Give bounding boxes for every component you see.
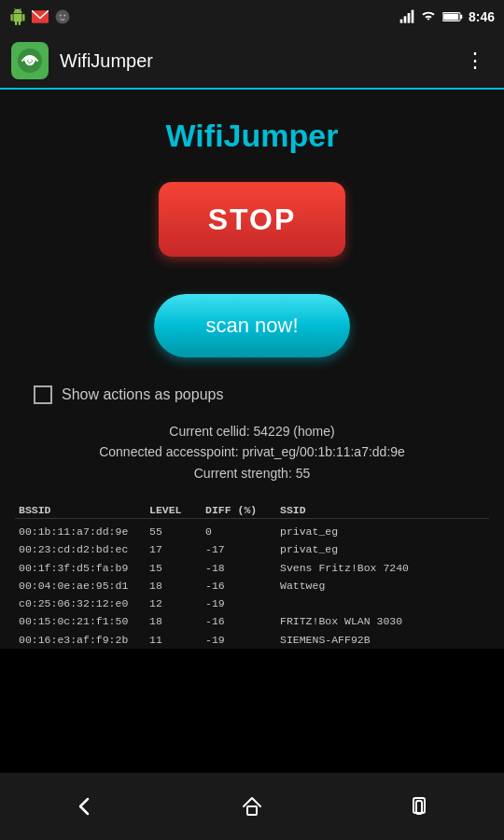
status-left-icons (9, 8, 71, 25)
svg-point-3 (63, 14, 65, 16)
svg-rect-7 (412, 10, 414, 23)
app-bar-left: WifiJumper (11, 42, 153, 79)
cat-icon (54, 8, 71, 25)
svg-point-1 (56, 10, 70, 24)
signal-icon (399, 9, 414, 24)
table-cell-r5-c2: -16 (205, 613, 280, 629)
main-title: WifiJumper (166, 118, 339, 154)
app-bar-title: WifiJumper (60, 50, 153, 72)
table-cell-r0-c3: privat_eg (280, 524, 467, 539)
home-icon (239, 793, 265, 819)
table-cell-r4-c0: c0:25:06:32:12:e0 (19, 595, 149, 611)
table-cell-r4-c3 (280, 595, 467, 611)
nav-bar (0, 773, 504, 840)
app-bar: WifiJumper ⋮ (0, 34, 504, 90)
table-cell-r0-c2: 0 (205, 524, 280, 539)
table-cell-r5-c0: 00:15:0c:21:f1:50 (19, 613, 149, 629)
svg-rect-14 (247, 806, 257, 815)
table-cell-r0-c1: 55 (149, 524, 205, 539)
table-cell-r1-c3: privat_eg (280, 541, 467, 557)
table-rows-container: 00:1b:11:a7:dd:9e550privat_eg00:23:cd:d2… (15, 523, 489, 649)
overflow-menu-button[interactable]: ⋮ (457, 41, 493, 80)
col-level: LEVEL (149, 504, 205, 516)
svg-point-13 (28, 59, 32, 63)
android-icon (9, 8, 26, 25)
table-row: 00:1f:3f:d5:fa:b915-18Svens Fritz!Box 72… (15, 559, 489, 577)
current-strength-text: Current strength: 55 (15, 463, 489, 483)
app-icon (11, 42, 49, 79)
recents-button[interactable] (388, 784, 452, 829)
svg-rect-6 (408, 13, 411, 23)
table-cell-r2-c2: -18 (205, 560, 280, 576)
wifi-table: BSSID LEVEL DIFF (%) SSID 00:1b:11:a7:dd… (15, 502, 489, 649)
table-cell-r2-c1: 15 (149, 560, 205, 576)
svg-point-2 (60, 14, 62, 16)
svg-rect-4 (400, 20, 403, 23)
back-button[interactable] (52, 784, 116, 829)
table-row: 00:15:0c:21:f1:5018-16FRITZ!Box WLAN 303… (15, 612, 489, 630)
table-cell-r1-c0: 00:23:cd:d2:bd:ec (19, 541, 149, 557)
home-button[interactable] (220, 784, 284, 829)
show-actions-label: Show actions as popups (62, 386, 223, 403)
table-cell-r6-c2: -19 (205, 632, 280, 648)
table-cell-r3-c3: Wattweg (280, 578, 467, 594)
show-actions-row: Show actions as popups (34, 385, 223, 404)
table-cell-r5-c1: 18 (149, 613, 205, 629)
table-cell-r2-c0: 00:1f:3f:d5:fa:b9 (19, 560, 149, 576)
current-cellid-text: Current cellid: 54229 (home) (15, 421, 489, 441)
battery-icon (442, 10, 463, 23)
table-cell-r2-c3: Svens Fritz!Box 7240 (280, 560, 467, 576)
show-actions-checkbox[interactable] (34, 385, 52, 404)
col-ssid: SSID (280, 504, 467, 516)
table-cell-r4-c2: -19 (205, 595, 280, 611)
table-cell-r1-c1: 17 (149, 541, 205, 557)
connected-ap-text: Connected accesspoint: privat_eg/00:1b:1… (15, 441, 489, 462)
recents-icon (407, 793, 433, 819)
status-bar: 8:46 (0, 0, 504, 34)
main-content: WifiJumper STOP scan now! Show actions a… (0, 90, 504, 649)
scan-now-button[interactable]: scan now! (154, 294, 350, 357)
wifi-jumper-app-icon (17, 48, 43, 74)
info-section: Current cellid: 54229 (home) Connected a… (15, 421, 489, 483)
col-diff: DIFF (%) (205, 504, 280, 516)
table-cell-r0-c0: 00:1b:11:a7:dd:9e (19, 524, 149, 539)
table-row: c0:25:06:32:12:e012-19 (15, 595, 489, 612)
table-cell-r1-c2: -17 (205, 541, 280, 557)
table-row: 00:23:cd:d2:bd:ec17-17privat_eg (15, 540, 489, 558)
table-cell-r6-c1: 11 (149, 632, 205, 648)
table-row: 00:1b:11:a7:dd:9e550privat_eg (15, 523, 489, 540)
table-header: BSSID LEVEL DIFF (%) SSID (15, 502, 489, 519)
back-icon (71, 793, 97, 819)
svg-rect-16 (416, 801, 422, 814)
table-cell-r6-c0: 00:16:e3:af:f9:2b (19, 632, 149, 648)
status-right-icons: 8:46 (399, 9, 495, 24)
table-row: 00:04:0e:ae:95:d118-16Wattweg (15, 577, 489, 595)
wifi-icon (420, 10, 437, 23)
table-cell-r3-c0: 00:04:0e:ae:95:d1 (19, 578, 149, 594)
svg-rect-5 (404, 16, 407, 22)
scan-button-label: scan now! (205, 314, 298, 338)
stop-button[interactable]: STOP (159, 182, 345, 257)
table-cell-r5-c3: FRITZ!Box WLAN 3030 (280, 613, 467, 629)
time-display: 8:46 (469, 9, 495, 24)
table-row: 00:16:e3:af:f9:2b11-19SIEMENS-AFF92B (15, 631, 489, 649)
table-cell-r3-c2: -16 (205, 578, 280, 594)
col-bssid: BSSID (19, 504, 149, 516)
svg-rect-9 (443, 14, 458, 21)
gmail-icon (32, 10, 49, 23)
table-cell-r6-c3: SIEMENS-AFF92B (280, 632, 467, 648)
table-cell-r3-c1: 18 (149, 578, 205, 594)
stop-button-label: STOP (208, 203, 297, 237)
table-cell-r4-c1: 12 (149, 595, 205, 611)
svg-rect-10 (460, 15, 462, 19)
